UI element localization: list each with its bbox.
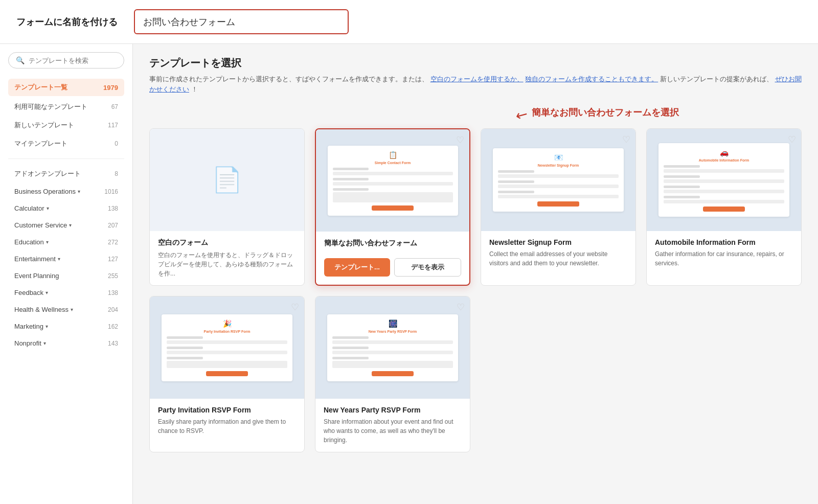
main-content: 🔍 テンプレート一覧 1979 利用可能なテンプレート 67 新しいテンプレート… xyxy=(0,44,818,504)
sidebar-category-item[interactable]: Business Operations ▾ 1016 xyxy=(8,184,124,199)
sidebar-new-label: 新しいテンプレート xyxy=(14,121,74,130)
sidebar: 🔍 テンプレート一覧 1979 利用可能なテンプレート 67 新しいテンプレート… xyxy=(0,44,133,504)
chevron-down-icon: ▾ xyxy=(47,205,49,211)
template-card-preview: 📧 Newsletter Signup Form ♡ xyxy=(481,129,635,231)
favorite-icon[interactable]: ♡ xyxy=(788,134,796,145)
sidebar-item-all-templates[interactable]: テンプレート一覧 1979 xyxy=(8,79,124,96)
sidebar-category-item[interactable]: Customer Service ▾ 207 xyxy=(8,217,124,233)
newyear-form-preview: 🎆 New Years Party RSVP Form xyxy=(327,314,459,381)
chevron-down-icon: ▾ xyxy=(78,189,80,194)
chevron-down-icon: ▾ xyxy=(69,222,72,228)
favorite-icon[interactable]: ♡ xyxy=(622,134,630,145)
template-card-body: Newsletter Signup Form Collect the email… xyxy=(481,231,635,275)
chevron-down-icon: ▾ xyxy=(46,290,48,295)
sidebar-category-count: 8 xyxy=(115,170,118,177)
sidebar-category-count: 138 xyxy=(108,205,118,212)
sidebar-category-label: Customer Service ▾ xyxy=(14,221,72,229)
search-icon: 🔍 xyxy=(16,56,25,64)
favorite-icon[interactable]: ♡ xyxy=(457,302,465,313)
sidebar-divider xyxy=(8,158,124,159)
template-card-desc: Gather information for car insurance, re… xyxy=(655,249,793,268)
section-desc-part3: 新しいテンプレートの提案があれば、 xyxy=(660,75,773,83)
sidebar-category-item[interactable]: Entertainment ▾ 127 xyxy=(8,251,124,267)
template-card-automobile[interactable]: 🚗 Automobile Information Form ♡ Automobi… xyxy=(646,128,802,286)
top-bar: フォームに名前を付ける xyxy=(0,0,818,44)
chevron-down-icon: ▾ xyxy=(43,340,46,346)
section-desc-end: ！ xyxy=(191,85,198,93)
blank-form-link[interactable]: 空白のフォームを使用するか、 xyxy=(430,75,524,83)
sidebar-category-label: Education ▾ xyxy=(14,238,49,246)
use-template-button[interactable]: テンプレート... xyxy=(324,258,390,277)
template-card-title: 簡単なお問い合わせフォーム xyxy=(324,239,461,248)
template-card-party-rsvp[interactable]: 🎉 Party Invitation RSVP Form ♡ Party Inv… xyxy=(149,296,305,452)
arrow-callout: ↙ 簡単なお問い合わせフォームを選択 xyxy=(149,106,802,123)
section-desc-part1: 事前に作成されたテンプレートから選択すると、すばやくフォームを作成できます。また… xyxy=(149,75,428,83)
section-desc: 事前に作成されたテンプレートから選択すると、すばやくフォームを作成できます。また… xyxy=(149,74,802,94)
template-card-body: Automobile Information Form Gather infor… xyxy=(647,231,801,275)
templates-grid: 📄 空白のフォーム 空白のフォームを使用すると、ドラッグ＆ドロップビルダーを使用… xyxy=(149,128,802,452)
sidebar-category-count: 272 xyxy=(108,239,118,246)
template-card-title: New Years Party RSVP Form xyxy=(324,406,462,414)
blank-form-icon: 📄 xyxy=(212,166,242,194)
sidebar-category-label: Business Operations ▾ xyxy=(14,188,80,195)
newsletter-form-preview: 📧 Newsletter Signup Form xyxy=(493,148,624,212)
sidebar-mine-count: 0 xyxy=(115,140,118,147)
sidebar-category-item[interactable]: Event Planning 255 xyxy=(8,268,124,284)
favorite-icon[interactable]: ♡ xyxy=(456,134,464,146)
custom-form-link[interactable]: 独自のフォームを作成することもできます。 xyxy=(525,75,658,83)
template-card-body: 簡単なお問い合わせフォーム xyxy=(316,232,469,258)
template-card-title: Party Invitation RSVP Form xyxy=(158,406,296,414)
chevron-down-icon: ▾ xyxy=(46,324,48,329)
view-demo-button[interactable]: デモを表示 xyxy=(394,258,461,277)
template-card-desc: Easily share party information and give … xyxy=(158,417,296,436)
sidebar-category-count: 255 xyxy=(108,272,118,280)
sidebar-category-label: Feedback ▾ xyxy=(14,289,48,296)
sidebar-category-count: 138 xyxy=(108,289,118,296)
sidebar-category-item[interactable]: アドオンテンプレート 8 xyxy=(8,165,124,182)
template-card-newyear-rsvp[interactable]: 🎆 New Years Party RSVP Form ♡ New Years … xyxy=(315,296,470,452)
sidebar-new-count: 117 xyxy=(108,122,118,129)
callout-text: 簡単なお問い合わせフォームを選択 xyxy=(532,106,679,123)
sidebar-category-item[interactable]: Nonprofit ▾ 143 xyxy=(8,335,124,351)
sidebar-category-label: Event Planning xyxy=(14,272,59,280)
arrow-down-icon: ↙ xyxy=(512,104,531,125)
template-card-desc: 空白のフォームを使用すると、ドラッグ＆ドロップビルダーを使用して、あらゆる種類の… xyxy=(158,250,296,278)
contact-form-preview: 📋 Simple Contact Form xyxy=(328,146,458,216)
template-card-preview: 🚗 Automobile Information Form ♡ xyxy=(647,129,801,231)
party-form-preview: 🎉 Party Invitation RSVP Form xyxy=(162,314,293,381)
sidebar-available-count: 67 xyxy=(111,103,118,110)
sidebar-category-label: Nonprofit ▾ xyxy=(14,339,46,347)
sidebar-category-item[interactable]: Marketing ▾ 162 xyxy=(8,318,124,334)
sidebar-mine-label: マイテンプレート xyxy=(14,139,67,148)
sidebar-category-item[interactable]: Feedback ▾ 138 xyxy=(8,285,124,301)
search-box[interactable]: 🔍 xyxy=(8,52,124,68)
template-card-actions: テンプレート... デモを表示 xyxy=(316,258,469,284)
sidebar-item-new[interactable]: 新しいテンプレート 117 xyxy=(8,117,124,134)
sidebar-category-label: Entertainment ▾ xyxy=(14,255,60,263)
sidebar-category-count: 162 xyxy=(108,323,118,330)
template-card-preview: 🎆 New Years Party RSVP Form ♡ xyxy=(315,296,470,399)
favorite-icon[interactable]: ♡ xyxy=(291,302,299,313)
template-card-newsletter[interactable]: 📧 Newsletter Signup Form ♡ Newsletter Si… xyxy=(481,128,636,286)
sidebar-category-label: アドオンテンプレート xyxy=(14,169,81,178)
template-card-contact[interactable]: 📋 Simple Contact Form ♡ 簡単なお問い合わせフォーム テン… xyxy=(315,128,470,286)
template-card-body: 空白のフォーム 空白のフォームを使用すると、ドラッグ＆ドロップビルダーを使用して… xyxy=(150,231,304,285)
form-name-label: フォームに名前を付ける xyxy=(16,16,118,28)
form-name-input[interactable] xyxy=(134,9,349,34)
category-list: アドオンテンプレート 8 Business Operations ▾ 1016 … xyxy=(8,165,124,351)
template-card-title: 空白のフォーム xyxy=(158,238,296,247)
sidebar-available-label: 利用可能なテンプレート xyxy=(14,102,87,111)
sidebar-all-templates-label: テンプレート一覧 xyxy=(14,83,67,92)
template-card-blank[interactable]: 📄 空白のフォーム 空白のフォームを使用すると、ドラッグ＆ドロップビルダーを使用… xyxy=(149,128,305,286)
sidebar-category-count: 143 xyxy=(108,340,118,347)
search-input[interactable] xyxy=(29,57,117,64)
sidebar-category-item[interactable]: Education ▾ 272 xyxy=(8,234,124,250)
sidebar-category-label: Calculator ▾ xyxy=(14,204,49,212)
sidebar-category-item[interactable]: Health & Wellness ▾ 204 xyxy=(8,302,124,317)
sidebar-item-available[interactable]: 利用可能なテンプレート 67 xyxy=(8,98,124,116)
sidebar-category-item[interactable]: Calculator ▾ 138 xyxy=(8,200,124,216)
section-title: テンプレートを選択 xyxy=(149,56,802,70)
template-card-body: Party Invitation RSVP Form Easily share … xyxy=(150,399,304,443)
sidebar-item-mine[interactable]: マイテンプレート 0 xyxy=(8,135,124,152)
sidebar-category-label: Health & Wellness ▾ xyxy=(14,306,73,313)
